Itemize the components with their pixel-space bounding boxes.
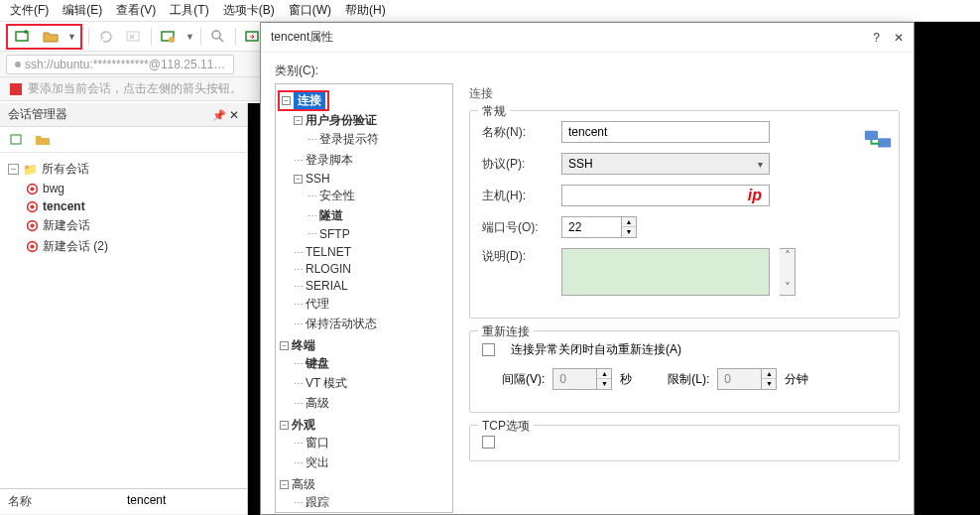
menu-tools[interactable]: 工具(T) xyxy=(164,0,214,21)
category-window[interactable]: 窗口 xyxy=(306,435,329,451)
port-spinner[interactable]: ▲▼ xyxy=(561,216,637,238)
category-highlight-item[interactable]: 突出 xyxy=(306,454,329,471)
terminal-area[interactable] xyxy=(248,103,260,515)
tree-leaf-icon: ⋯ xyxy=(294,281,303,292)
menu-edit[interactable]: 编辑(E) xyxy=(57,0,108,21)
dialog-body: 类别(C): −连接 −用户身份验证 ⋯登录提示符 ⋯登录脚本 −SSH xyxy=(261,53,914,514)
tcp-checkbox[interactable] xyxy=(482,436,495,449)
desc-scrollbar[interactable]: ˄˅ xyxy=(780,248,796,296)
menu-tabs[interactable]: 选项卡(B) xyxy=(217,0,281,21)
spin-up-icon: ▲ xyxy=(597,369,611,379)
reconnect-icon[interactable] xyxy=(95,26,117,48)
session-item[interactable]: tencent xyxy=(26,197,243,215)
category-security[interactable]: 安全性 xyxy=(319,188,355,204)
menu-view[interactable]: 查看(V) xyxy=(110,0,162,21)
collapse-icon[interactable]: − xyxy=(8,164,19,175)
help-icon[interactable]: ? xyxy=(873,31,880,45)
category-auth[interactable]: 用户身份验证 xyxy=(306,112,377,129)
category-login-prompt[interactable]: 登录提示符 xyxy=(319,131,379,148)
dropdown-arrow-icon[interactable]: ▼ xyxy=(185,32,194,42)
spin-up-icon[interactable]: ▲ xyxy=(622,217,636,227)
interval-spinner[interactable]: ▲▼ xyxy=(552,368,612,390)
flag-icon xyxy=(10,83,22,95)
folder-icon[interactable] xyxy=(32,129,54,151)
desc-label: 说明(D): xyxy=(482,248,551,265)
menu-file[interactable]: 文件(F) xyxy=(4,0,55,21)
category-rlogin[interactable]: RLOGIN xyxy=(306,262,351,276)
category-telnet[interactable]: TELNET xyxy=(306,245,351,259)
collapse-icon[interactable]: − xyxy=(282,96,291,105)
collapse-icon[interactable]: − xyxy=(280,480,289,489)
collapse-icon[interactable]: − xyxy=(294,175,303,184)
properties-icon[interactable] xyxy=(158,26,180,48)
desc-textarea[interactable] xyxy=(561,248,770,296)
category-sftp[interactable]: SFTP xyxy=(319,227,350,241)
properties-dialog: tencent属性 ? ✕ 类别(C): −连接 −用户身份验证 ⋯登录提示符 xyxy=(260,22,915,515)
tree-leaf-icon: ⋯ xyxy=(294,398,303,409)
session-icon xyxy=(26,240,39,253)
close-pane-icon[interactable]: ✕ xyxy=(229,108,239,122)
menu-help[interactable]: 帮助(H) xyxy=(339,0,392,21)
disconnect-icon[interactable] xyxy=(123,26,145,48)
open-session-icon[interactable] xyxy=(40,26,61,48)
collapse-icon[interactable]: − xyxy=(294,116,303,125)
connection-large-icon xyxy=(863,125,893,158)
svg-point-12 xyxy=(30,223,34,227)
tree-root[interactable]: − 📁 所有会话 xyxy=(8,159,243,180)
session-properties-table: 名称 tencent xyxy=(0,488,247,515)
session-item[interactable]: bwg xyxy=(26,180,243,197)
collapse-icon[interactable]: − xyxy=(280,421,289,430)
category-trace[interactable]: 跟踪 xyxy=(306,494,329,511)
tree-leaf-icon: ⋯ xyxy=(294,457,303,468)
category-terminal[interactable]: 终端 xyxy=(292,337,315,354)
scroll-up-icon[interactable]: ˄ xyxy=(785,249,791,263)
category-login-script[interactable]: 登录脚本 xyxy=(306,152,353,169)
group-reconnect: 重新连接 连接异常关闭时自动重新连接(A) 间隔(V): ▲▼ 秒 限制(L xyxy=(469,330,900,413)
category-tree[interactable]: −连接 −用户身份验证 ⋯登录提示符 ⋯登录脚本 −SSH ⋯安全性 xyxy=(275,83,453,513)
close-icon[interactable]: ✕ xyxy=(894,31,904,45)
category-advanced[interactable]: 高级 xyxy=(306,395,329,412)
session-tree[interactable]: − 📁 所有会话 bwg tencent 新建会话 新建会话 (2) xyxy=(0,153,247,488)
limit-unit: 分钟 xyxy=(785,371,808,388)
new-icon[interactable] xyxy=(6,129,28,151)
tree-leaf-icon: ⋯ xyxy=(294,299,303,310)
pin-icon[interactable]: 📌 xyxy=(212,109,226,121)
dropdown-arrow-icon[interactable]: ▼ xyxy=(67,32,76,42)
session-label: 新建会话 (2) xyxy=(43,238,108,255)
category-keepalive[interactable]: 保持活动状态 xyxy=(306,316,377,332)
session-item[interactable]: 新建会话 xyxy=(26,215,243,236)
protocol-select[interactable]: SSH ▾ xyxy=(561,153,770,175)
category-tunnel[interactable]: 隧道 xyxy=(319,207,343,224)
category-highlight: −连接 xyxy=(278,90,329,111)
session-item[interactable]: 新建会话 (2) xyxy=(26,236,243,257)
protocol-value: SSH xyxy=(568,157,593,171)
session-tab[interactable]: ssh://ubuntu:************@118.25.11… xyxy=(6,55,234,74)
category-ssh[interactable]: SSH xyxy=(306,172,330,186)
spin-down-icon[interactable]: ▼ xyxy=(622,227,636,237)
host-input[interactable] xyxy=(561,185,770,206)
category-connection[interactable]: 连接 xyxy=(294,92,325,109)
category-vt[interactable]: VT 模式 xyxy=(306,375,347,392)
category-proxy[interactable]: 代理 xyxy=(306,296,329,313)
new-session-icon[interactable] xyxy=(12,26,34,48)
collapse-icon[interactable]: − xyxy=(280,341,289,350)
category-serial[interactable]: SERIAL xyxy=(306,279,348,293)
port-input[interactable] xyxy=(561,216,621,238)
port-label: 端口号(O): xyxy=(482,219,551,236)
group-tcp-legend: TCP选项 xyxy=(478,418,534,435)
folder-icon: 📁 xyxy=(23,163,38,177)
search-icon[interactable] xyxy=(207,26,229,48)
session-icon xyxy=(26,219,39,232)
spin-down-icon: ▼ xyxy=(762,379,776,389)
name-input[interactable] xyxy=(561,121,770,143)
limit-spinner[interactable]: ▲▼ xyxy=(717,368,777,390)
category-keyboard[interactable]: 键盘 xyxy=(306,355,329,372)
terminal-right-area[interactable] xyxy=(915,22,980,515)
toolbar-sep xyxy=(235,28,236,46)
scroll-down-icon[interactable]: ˅ xyxy=(785,281,791,295)
category-adv[interactable]: 高级 xyxy=(292,476,315,493)
session-label: tencent xyxy=(43,199,85,213)
category-appearance[interactable]: 外观 xyxy=(292,417,315,434)
reconnect-checkbox[interactable] xyxy=(482,343,495,356)
menu-window[interactable]: 窗口(W) xyxy=(283,0,337,21)
